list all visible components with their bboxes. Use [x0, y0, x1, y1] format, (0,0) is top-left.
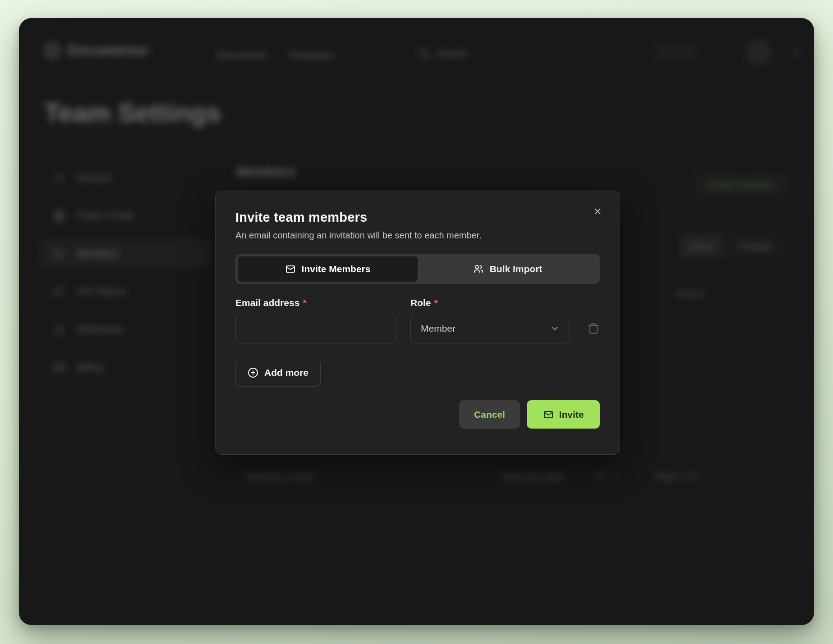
- plus-circle-icon: [248, 367, 258, 378]
- field-labels-row: Email address* Role*: [235, 297, 600, 308]
- invite-row: Member: [235, 314, 600, 343]
- email-field[interactable]: [235, 314, 396, 343]
- users-icon: [473, 264, 484, 274]
- add-more-label: Add more: [264, 367, 308, 378]
- required-marker: *: [434, 297, 438, 308]
- invite-team-members-modal: Invite team members An email containing …: [215, 191, 620, 455]
- tab-bulk-import[interactable]: Bulk Import: [418, 256, 598, 282]
- invite-mode-tabs: Invite Members Bulk Import: [235, 254, 600, 284]
- chevron-down-icon: [550, 324, 560, 333]
- close-icon[interactable]: [591, 205, 604, 218]
- modal-title: Invite team members: [235, 210, 600, 225]
- add-more-button[interactable]: Add more: [235, 359, 321, 387]
- tab-label: Invite Members: [302, 264, 371, 274]
- mail-icon: [285, 264, 296, 274]
- tab-label: Bulk Import: [490, 264, 543, 274]
- role-label: Role*: [410, 297, 438, 308]
- role-select[interactable]: Member: [410, 314, 570, 343]
- modal-subtitle: An email containing an invitation will b…: [235, 230, 600, 241]
- role-select-value: Member: [421, 323, 456, 334]
- invite-button[interactable]: Invite: [527, 400, 600, 429]
- mail-icon: [543, 409, 554, 420]
- tab-invite-members[interactable]: Invite Members: [238, 256, 418, 282]
- required-marker: *: [303, 297, 306, 308]
- remove-row-button[interactable]: [587, 322, 600, 335]
- invite-button-label: Invite: [559, 409, 584, 420]
- modal-actions: Cancel Invite: [235, 400, 600, 429]
- email-address-label: Email address*: [235, 297, 410, 308]
- trash-icon: [587, 322, 600, 335]
- cancel-button[interactable]: Cancel: [459, 400, 520, 429]
